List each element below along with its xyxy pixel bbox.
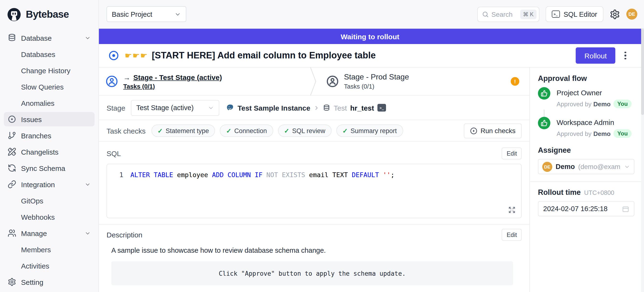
description-section: Description Edit A sample issue to showc… bbox=[99, 224, 529, 285]
stage-pipeline: → Stage - Test Stage (active) Tasks (0/1… bbox=[99, 68, 529, 96]
stage-warning-badge: ! bbox=[511, 77, 519, 86]
sidebar-item-integration[interactable]: Integration bbox=[4, 177, 94, 192]
brand-logo[interactable]: Bytebase bbox=[0, 0, 98, 29]
sidebar-item-label: Members bbox=[21, 245, 51, 253]
postgresql-icon bbox=[226, 104, 234, 112]
sidebar-item-label: Integration bbox=[21, 180, 55, 188]
stage-name-link[interactable]: Stage - Test Stage (active) bbox=[133, 73, 222, 81]
stage-tasks-link[interactable]: Tasks (0/1) bbox=[123, 83, 222, 90]
database-name[interactable]: hr_test bbox=[350, 104, 374, 112]
sidebar-item-branches[interactable]: Branches bbox=[4, 128, 94, 143]
stage-select-value: Test Stage (active) bbox=[136, 104, 194, 111]
current-stage-arrow-icon: → bbox=[123, 73, 130, 81]
assignee-avatar: DE bbox=[542, 162, 552, 172]
sql-statement: ALTER TABLE employee ADD COLUMN IF NOT E… bbox=[130, 170, 394, 179]
sidebar-item-setting[interactable]: Setting bbox=[4, 275, 94, 289]
rollout-time-title: Rollout time bbox=[538, 188, 581, 197]
sidebar-item-changelists[interactable]: Changelists bbox=[4, 144, 94, 159]
approver-name: Demo bbox=[593, 100, 610, 107]
sidebar-item-manage[interactable]: Manage bbox=[4, 226, 94, 240]
thumbs-up-icon bbox=[538, 87, 550, 100]
stage-tasks: Tasks (0/1) bbox=[344, 83, 409, 90]
chevron-down-icon bbox=[84, 181, 91, 187]
assignee-select[interactable]: DE Demo (demo@example bbox=[538, 159, 634, 174]
task-check-pills: ✓ Statement type ✓ Connection ✓ SQL revi… bbox=[151, 124, 403, 137]
approval-role: Project Owner bbox=[556, 89, 632, 97]
sync-icon bbox=[8, 164, 16, 172]
issue-title: [START HERE] Add email column to Employe… bbox=[152, 50, 376, 61]
task-checks-label: Task checks bbox=[106, 127, 146, 135]
sql-edit-button[interactable]: Edit bbox=[502, 148, 522, 160]
search-input[interactable] bbox=[491, 10, 517, 18]
project-select[interactable]: Basic Project bbox=[106, 6, 186, 22]
check-pill-sql-review[interactable]: ✓ SQL review bbox=[278, 124, 331, 137]
check-pill-label: SQL review bbox=[292, 127, 325, 134]
rollout-time-input[interactable]: 2024-02-07 16:25:18 bbox=[538, 201, 634, 216]
sql-console-icon[interactable]: >_ bbox=[378, 104, 386, 111]
settings-gear-icon[interactable] bbox=[610, 9, 620, 19]
issue-side-panel: Approval flow Project Owner Approved by … bbox=[530, 68, 641, 292]
description-edit-button[interactable]: Edit bbox=[502, 229, 522, 241]
issue-header: ☛☛☛ [START HERE] Add email column to Emp… bbox=[99, 44, 641, 68]
topbar: Basic Project ⌘ K >_ SQL Editor DE bbox=[99, 0, 644, 29]
sidebar-item-databases[interactable]: Databases bbox=[4, 47, 94, 61]
check-pill-connection[interactable]: ✓ Connection bbox=[220, 124, 273, 137]
expand-icon[interactable] bbox=[508, 206, 516, 214]
sidebar-item-issues[interactable]: Issues bbox=[4, 112, 94, 126]
run-checks-button[interactable]: Run checks bbox=[464, 123, 522, 138]
sidebar-item-webhooks[interactable]: Webhooks bbox=[4, 210, 94, 224]
sidebar-item-activities[interactable]: Activities bbox=[4, 258, 94, 273]
calendar-icon[interactable] bbox=[622, 205, 629, 212]
rollout-button[interactable]: Rollout bbox=[576, 47, 615, 64]
sql-editor-button[interactable]: >_ SQL Editor bbox=[545, 6, 604, 22]
check-pill-label: Statement type bbox=[166, 127, 209, 134]
sidebar-item-members[interactable]: Members bbox=[4, 242, 94, 257]
user-avatar[interactable]: DE bbox=[626, 9, 637, 20]
pointer-emoji: ☛☛☛ bbox=[125, 51, 148, 61]
stage-user-icon bbox=[326, 75, 339, 88]
check-pill-summary-report[interactable]: ✓ Summary report bbox=[336, 124, 403, 137]
check-pill-label: Summary report bbox=[350, 127, 397, 134]
sidebar-item-anomalies[interactable]: Anomalies bbox=[4, 96, 94, 110]
sidebar-item-label: Changelists bbox=[21, 148, 58, 156]
database-icon bbox=[8, 34, 16, 42]
more-options-kebab-icon[interactable] bbox=[619, 47, 632, 64]
approval-connector-line bbox=[544, 110, 634, 117]
sidebar-item-slow-queries[interactable]: Slow Queries bbox=[4, 79, 94, 94]
sql-editor-area[interactable]: 1 ALTER TABLE employee ADD COLUMN IF NOT… bbox=[106, 164, 522, 218]
search-box[interactable]: ⌘ K bbox=[477, 7, 539, 22]
project-select-value: Basic Project bbox=[112, 10, 152, 18]
issue-status-icon bbox=[108, 50, 119, 61]
rollout-time-value: 2024-02-07 16:25:18 bbox=[543, 205, 608, 213]
scrollbar-thumb[interactable] bbox=[641, 29, 644, 115]
chevron-right-icon bbox=[314, 105, 320, 111]
you-badge: You bbox=[614, 100, 632, 108]
sql-section-title: SQL bbox=[106, 149, 121, 158]
stage-select[interactable]: Test Stage (active) bbox=[131, 100, 219, 116]
stage-card-prod[interactable]: Stage - Prod Stage Tasks (0/1) bbox=[318, 68, 409, 95]
environment-label: Test bbox=[334, 104, 347, 112]
check-pill-statement-type[interactable]: ✓ Statement type bbox=[151, 124, 215, 137]
sidebar-item-label: Change History bbox=[21, 66, 70, 74]
stage-card-test[interactable]: → Stage - Test Stage (active) Tasks (0/1… bbox=[99, 68, 309, 95]
sidebar-item-label: Webhooks bbox=[21, 213, 55, 221]
sidebar-item-database[interactable]: Database bbox=[4, 31, 94, 45]
sidebar-item-sync-schema[interactable]: Sync Schema bbox=[4, 161, 94, 175]
assignee-email: (demo@example bbox=[578, 163, 620, 170]
sidebar-item-gitops[interactable]: GitOps bbox=[4, 193, 94, 208]
search-icon bbox=[482, 11, 488, 18]
scrollbar-track[interactable] bbox=[641, 29, 644, 292]
check-pill-label: Connection bbox=[234, 127, 267, 134]
stage-user-icon bbox=[106, 75, 118, 88]
sidebar-item-label: Issues bbox=[21, 115, 42, 123]
chevron-down-icon bbox=[208, 105, 214, 111]
stage-name: Stage - Prod Stage bbox=[344, 73, 409, 81]
instance-name[interactable]: Test Sample Instance bbox=[238, 104, 310, 112]
sidebar-item-label: Branches bbox=[21, 131, 51, 139]
search-shortcut: ⌘ K bbox=[520, 9, 536, 19]
sidebar-item-label: Database bbox=[21, 34, 52, 42]
chevron-down-icon bbox=[174, 11, 181, 18]
sidebar-item-change-history[interactable]: Change History bbox=[4, 63, 94, 78]
task-checks-row: Task checks ✓ Statement type ✓ Connectio… bbox=[99, 120, 529, 142]
brand-name: Bytebase bbox=[26, 9, 69, 20]
